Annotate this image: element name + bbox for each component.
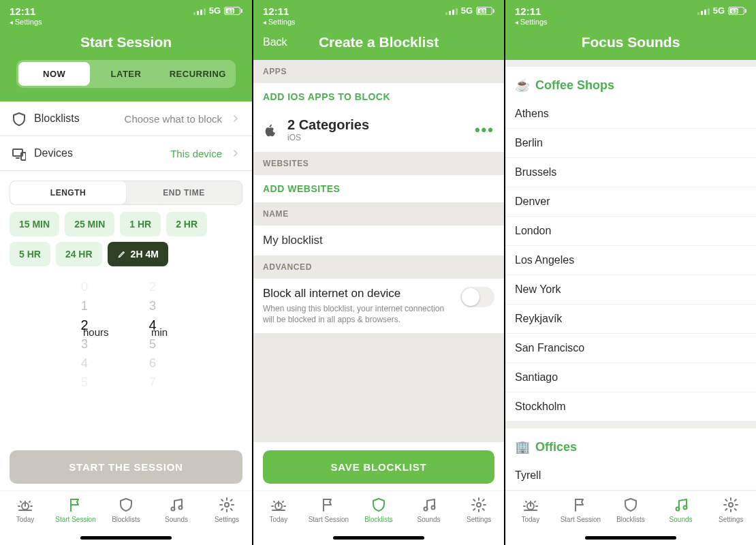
segment-endtime[interactable]: END TIME	[126, 181, 242, 204]
breadcrumb[interactable]: Settings	[263, 18, 296, 26]
status-right: 5G 63	[697, 5, 746, 16]
tab-bar: Today Start Session Blocklists Sounds Se…	[0, 490, 252, 545]
segment-length[interactable]: LENGTH	[10, 181, 126, 204]
picker-hours-label: hours	[83, 326, 109, 338]
chip-15min[interactable]: 15 MIN	[10, 212, 59, 236]
chip-5hr[interactable]: 5 HR	[10, 242, 50, 266]
tab-blocklists[interactable]: Blocklists	[357, 497, 400, 523]
start-session-button[interactable]: START THE SESSION	[10, 450, 242, 484]
sounds-category-label: Coffee Shops	[535, 78, 614, 93]
network-type: 5G	[713, 5, 725, 16]
tab-start-session[interactable]: Start Session	[306, 497, 350, 523]
breadcrumb[interactable]: Settings	[10, 18, 42, 26]
chip-custom-label: 2H 4M	[131, 249, 159, 260]
status-right: 5G 63	[193, 5, 242, 16]
block-all-internet-title: Block all internet on device	[263, 287, 452, 300]
tab-today[interactable]: Today	[509, 497, 552, 523]
sound-row[interactable]: Denver	[505, 187, 756, 217]
tab-sounds[interactable]: Sounds	[155, 497, 198, 523]
page-title: Start Session	[80, 34, 172, 50]
section-gap	[505, 60, 756, 67]
save-blocklist-button[interactable]: SAVE BLOCKLIST	[263, 450, 494, 484]
blocklists-value: Choose what to block	[88, 113, 222, 125]
sound-row[interactable]: New York	[505, 275, 756, 305]
segment-later[interactable]: LATER	[90, 62, 161, 86]
tab-blocklists[interactable]: Blocklists	[104, 497, 148, 523]
tab-settings[interactable]: Settings	[205, 497, 249, 523]
chip-25min[interactable]: 25 MIN	[65, 212, 114, 236]
section-gap	[505, 422, 756, 429]
sound-row[interactable]: Los Angeles	[505, 246, 756, 275]
sound-row[interactable]: San Francisco	[505, 334, 756, 363]
sounds-list: AthensBerlinBrusselsDenverLondonLos Ange…	[505, 99, 756, 422]
signal-icon	[445, 7, 458, 15]
chevron-right-icon	[230, 113, 241, 124]
battery-icon: 63	[728, 7, 746, 15]
sounds-category-offices: 🏢 Offices	[505, 429, 756, 461]
more-icon[interactable]: •••	[475, 121, 494, 139]
tab-settings[interactable]: Settings	[457, 497, 501, 523]
tab-today[interactable]: Today	[257, 497, 300, 523]
home-indicator[interactable]	[333, 536, 424, 540]
sound-row[interactable]: Tyrell	[505, 461, 756, 490]
tab-start-session[interactable]: Start Session	[54, 497, 97, 523]
page-title: Focus Sounds	[582, 34, 680, 50]
chip-2hr[interactable]: 2 HR	[166, 212, 207, 236]
network-type: 5G	[209, 5, 221, 16]
chevron-right-icon	[230, 148, 241, 159]
tab-sounds[interactable]: Sounds	[659, 497, 703, 523]
chip-custom[interactable]: 2H 4M	[108, 242, 168, 266]
segment-now[interactable]: NOW	[18, 62, 90, 86]
status-bar: 12:11 Settings 5G 63	[263, 5, 494, 29]
office-icon: 🏢	[515, 439, 530, 454]
signal-icon	[697, 7, 710, 15]
section-apps: APPS	[253, 60, 504, 83]
segment-recurring[interactable]: RECURRING	[162, 62, 234, 86]
tab-blocklists[interactable]: Blocklists	[609, 497, 652, 523]
categories-row[interactable]: 2 Categories iOS •••	[253, 110, 504, 152]
blocklist-name-input[interactable]	[253, 225, 504, 255]
duration-mode-segmented[interactable]: LENGTH END TIME	[10, 181, 242, 205]
status-time: 12:11	[263, 5, 296, 17]
picker-mins-label: min	[151, 326, 168, 338]
sounds-category-coffee: ☕️ Coffee Shops	[505, 67, 756, 99]
devices-row[interactable]: Devices This device	[0, 136, 252, 171]
tab-bar: Today Start Session Blocklists Sounds Se…	[505, 490, 756, 545]
home-indicator[interactable]	[585, 536, 676, 540]
block-all-internet-sub: When using this blocklist, your internet…	[263, 303, 452, 325]
sound-row[interactable]: Reykjavík	[505, 305, 756, 334]
tab-start-session[interactable]: Start Session	[558, 497, 602, 523]
blocklists-row[interactable]: Blocklists Choose what to block	[0, 102, 252, 136]
session-type-segmented[interactable]: NOW LATER RECURRING	[16, 60, 236, 88]
categories-sub: iOS	[287, 133, 465, 142]
battery-icon: 63	[476, 7, 494, 15]
coffee-icon: ☕️	[515, 78, 530, 93]
sounds-category-label: Offices	[535, 440, 577, 454]
categories-title: 2 Categories	[287, 117, 465, 133]
block-all-internet-toggle[interactable]	[460, 287, 494, 307]
sound-row[interactable]: London	[505, 217, 756, 246]
back-button[interactable]: Back	[263, 36, 287, 48]
sound-row[interactable]: Brussels	[505, 158, 756, 187]
home-indicator[interactable]	[80, 536, 172, 540]
chip-1hr[interactable]: 1 HR	[120, 212, 161, 236]
breadcrumb[interactable]: Settings	[515, 18, 548, 26]
chip-24hr[interactable]: 24 HR	[56, 242, 102, 266]
status-time: 12:11	[515, 5, 548, 17]
sound-row[interactable]: Santiago	[505, 363, 756, 392]
signal-icon	[193, 7, 206, 15]
tab-settings[interactable]: Settings	[709, 497, 753, 523]
add-websites-button[interactable]: ADD WEBSITES	[253, 175, 504, 202]
tab-sounds[interactable]: Sounds	[407, 497, 451, 523]
add-ios-apps-button[interactable]: ADD IOS APPS TO BLOCK	[253, 83, 504, 110]
sound-row[interactable]: Berlin	[505, 129, 756, 158]
duration-picker[interactable]: 0 1 2 3 4 5 hours 2 3 4 5 6 7 min	[10, 277, 242, 393]
status-right: 5G 63	[445, 5, 494, 16]
tab-bar: Today Start Session Blocklists Sounds Se…	[253, 490, 504, 545]
tab-today[interactable]: Today	[3, 497, 47, 523]
shield-icon	[11, 111, 26, 126]
block-all-internet-row: Block all internet on device When using …	[253, 279, 504, 333]
sound-row[interactable]: Stockholm	[505, 392, 756, 422]
sound-row[interactable]: Athens	[505, 99, 756, 129]
section-advanced: ADVANCED	[253, 255, 504, 279]
